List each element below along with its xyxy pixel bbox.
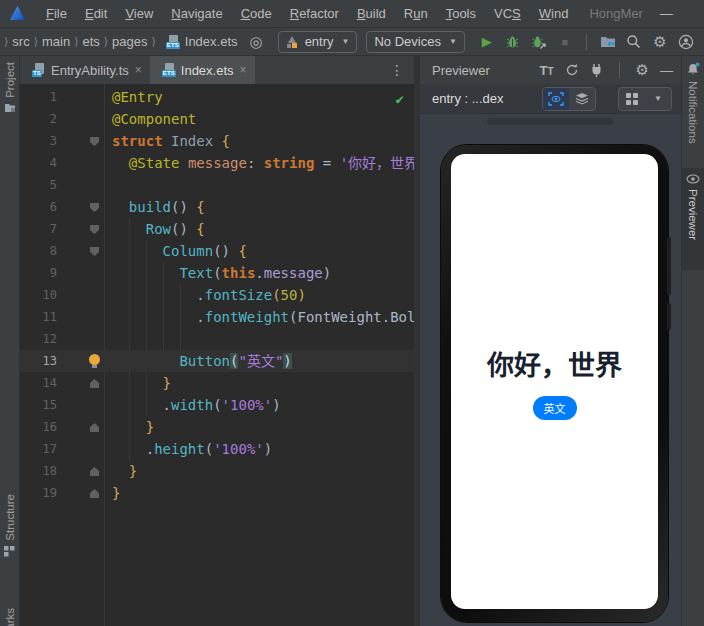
tab-entryability-ts[interactable]: TSEntryAbility.ts×	[20, 56, 150, 84]
preview-canvas[interactable]: 你好，世界 英文	[420, 114, 681, 626]
close-tab-icon[interactable]: ×	[240, 63, 247, 77]
menu-run[interactable]: Run	[395, 3, 437, 24]
chevron-down-icon: ▼	[342, 37, 350, 46]
fold-close-icon[interactable]	[90, 489, 99, 498]
fold-open-icon[interactable]	[90, 137, 99, 146]
device-select-label: No Devices	[374, 34, 440, 49]
layout-dropdown-button[interactable]: ▼	[645, 88, 671, 110]
refresh-icon[interactable]	[565, 63, 579, 77]
minimize-button[interactable]: —	[643, 0, 690, 27]
code-line-3[interactable]: 3struct Index {	[20, 130, 414, 152]
attach-debugger-button[interactable]	[529, 32, 549, 52]
chevron-down-icon: ▼	[449, 37, 457, 46]
fold-close-icon[interactable]	[90, 423, 99, 432]
line-number: 12	[20, 328, 57, 350]
gutter-cell	[57, 460, 104, 482]
menu-tools[interactable]: Tools	[437, 3, 485, 24]
menu-file[interactable]: File	[37, 3, 76, 24]
plugin-icon[interactable]	[590, 63, 603, 77]
layout-select: ▼	[618, 87, 672, 111]
tab-index-ets[interactable]: ETSIndex.ets×	[150, 56, 255, 84]
code-line-17[interactable]: 17 .height('100%')	[20, 438, 414, 460]
maximize-button[interactable]: □	[690, 0, 704, 27]
preview-button[interactable]: 英文	[533, 396, 577, 420]
previewer-settings-icon[interactable]: ⚙	[636, 61, 649, 79]
code-line-8[interactable]: 8 Column() {	[20, 240, 414, 262]
preview-mode-toggle	[542, 87, 596, 111]
breadcrumb-main[interactable]: main	[42, 34, 70, 49]
code-line-1[interactable]: 1@Entry	[20, 86, 414, 108]
code-text: }	[104, 372, 171, 394]
code-line-9[interactable]: 9 Text(this.message)	[20, 262, 414, 284]
tool-button-bookmarks[interactable]: marks	[0, 608, 19, 626]
hide-panel-icon[interactable]: —	[660, 63, 673, 78]
inspection-ok-icon[interactable]: ✔	[396, 88, 404, 110]
inspect-mode-button[interactable]	[543, 88, 569, 110]
preview-scroll-shadow	[487, 118, 613, 125]
breadcrumb-ets[interactable]: ets	[82, 34, 99, 49]
code-line-13[interactable]: 13 Button("英文")	[20, 350, 414, 372]
tab-options-icon[interactable]: ⋮	[380, 56, 414, 84]
run-button[interactable]: ▶	[477, 32, 497, 52]
toolbar-separator	[619, 62, 620, 78]
menu-view[interactable]: View	[116, 3, 162, 24]
phone-screen[interactable]: 你好，世界 英文	[451, 154, 658, 609]
device-manager-button[interactable]	[598, 32, 618, 52]
tool-button-previewer[interactable]: Previewer	[682, 168, 704, 270]
code-line-11[interactable]: 11 .fontWeight(FontWeight.Bold)	[20, 306, 414, 328]
fold-close-icon[interactable]	[90, 379, 99, 388]
breadcrumb-separator-icon: ⟩	[30, 35, 42, 48]
locate-file-icon[interactable]: ◎	[250, 33, 263, 51]
module-icon	[286, 36, 299, 48]
ide-window: FileEditViewNavigateCodeRefactorBuildRun…	[0, 0, 704, 626]
code-line-5[interactable]: 5	[20, 174, 414, 196]
code-line-14[interactable]: 14 }	[20, 372, 414, 394]
line-number: 19	[20, 482, 57, 504]
tool-button-project[interactable]: Project	[0, 62, 19, 113]
menu-navigate[interactable]: Navigate	[162, 3, 231, 24]
code-line-10[interactable]: 10 .fontSize(50)	[20, 284, 414, 306]
breadcrumb-pages[interactable]: pages	[112, 34, 147, 49]
fold-open-icon[interactable]	[90, 203, 99, 212]
breadcrumb-src[interactable]: src	[12, 34, 29, 49]
code-line-16[interactable]: 16 }	[20, 416, 414, 438]
code-line-6[interactable]: 6 build() {	[20, 196, 414, 218]
code-text	[104, 174, 112, 196]
menu-code[interactable]: Code	[232, 3, 281, 24]
code-line-4[interactable]: 4 @State message: string = '你好，世界'	[20, 152, 414, 174]
layers-mode-button[interactable]	[569, 88, 595, 110]
account-button[interactable]	[676, 32, 696, 52]
code-text	[104, 328, 112, 350]
font-size-icon[interactable]: TT	[539, 63, 553, 78]
menu-vcs[interactable]: VCS	[485, 3, 530, 24]
code-line-12[interactable]: 12	[20, 328, 414, 350]
intention-bulb-icon[interactable]	[89, 354, 100, 365]
project-folder-icon	[4, 103, 16, 113]
settings-button[interactable]: ⚙	[650, 32, 670, 52]
grid-layout-button[interactable]	[619, 88, 645, 110]
menu-edit[interactable]: Edit	[76, 3, 116, 24]
close-tab-icon[interactable]: ×	[135, 63, 142, 77]
fold-open-icon[interactable]	[90, 225, 99, 234]
breadcrumb-file[interactable]: Index.ets	[185, 34, 238, 49]
tool-button-notifications[interactable]: Notifications	[682, 62, 704, 144]
fold-close-icon[interactable]	[90, 467, 99, 476]
debug-button[interactable]	[503, 32, 523, 52]
search-everywhere-button[interactable]	[624, 32, 644, 52]
stop-button[interactable]: ■	[555, 32, 575, 52]
code-line-7[interactable]: 7 Row() {	[20, 218, 414, 240]
menu-wind[interactable]: Wind	[530, 3, 578, 24]
code-line-2[interactable]: 2@Component	[20, 108, 414, 130]
fold-open-icon[interactable]	[90, 247, 99, 256]
device-select[interactable]: No Devices ▼	[366, 31, 464, 53]
tool-button-structure[interactable]: Structure	[0, 494, 19, 557]
code-line-15[interactable]: 15 .width('100%')	[20, 394, 414, 416]
code-line-19[interactable]: 19}	[20, 482, 414, 504]
run-config-select[interactable]: entry ▼	[278, 31, 358, 53]
menu-refactor[interactable]: Refactor	[281, 3, 348, 24]
code-line-18[interactable]: 18 }	[20, 460, 414, 482]
run-actions: ▶ ■	[477, 32, 696, 52]
menu-build[interactable]: Build	[348, 3, 395, 24]
code-text: .height('100%')	[104, 438, 272, 460]
code-editor[interactable]: 1@Entry2@Component3struct Index {4 @Stat…	[20, 84, 414, 626]
